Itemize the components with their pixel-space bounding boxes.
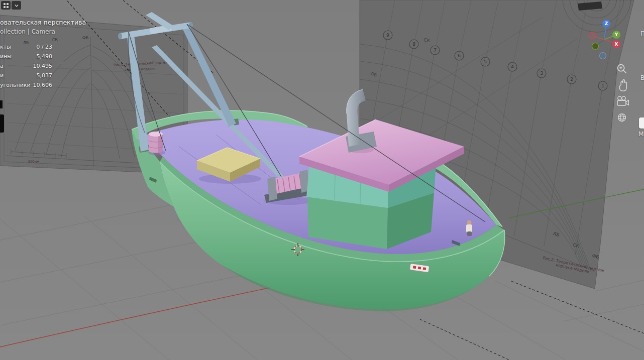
- stat-edges: а 10,495: [0, 61, 52, 71]
- sidebar-tab-fragment-2[interactable]: В: [640, 74, 644, 81]
- stat-vertices: ины 5,490: [0, 52, 52, 61]
- gizmo-neg-y[interactable]: [592, 43, 599, 50]
- svg-text:3: 3: [540, 71, 543, 76]
- chevron-down-icon[interactable]: [12, 1, 21, 10]
- view-perspective-label: овательская перспектива: [0, 19, 86, 26]
- gizmo-neg-x[interactable]: [589, 33, 596, 39]
- stat-triangles: угольники 10,606: [0, 80, 52, 90]
- stat-label: а: [0, 61, 4, 71]
- camera-view-button[interactable]: [614, 94, 630, 109]
- clipped-panel-fragment: [0, 114, 4, 133]
- svg-text:9: 9: [386, 33, 389, 38]
- editor-type-icon[interactable]: [1, 1, 11, 10]
- svg-text:Z: Z: [605, 21, 608, 26]
- sidebar-tab-fragment-1[interactable]: П: [640, 30, 644, 37]
- stat-faces: и 5,037: [0, 71, 52, 80]
- stat-value: 10,495: [33, 61, 53, 71]
- sidebar-button-fragment[interactable]: [639, 117, 644, 129]
- sidebar-tab-fragment-3[interactable]: М: [638, 131, 643, 138]
- svg-text:8: 8: [412, 42, 415, 47]
- cargo-barrel[interactable]: [148, 132, 165, 155]
- scene-statistics: кты 0 / 23 ины 5,490 а 10,495 и 5,037 уг…: [0, 42, 52, 90]
- pan-view-button[interactable]: [614, 78, 630, 93]
- navigation-gizmo[interactable]: Z Y X: [582, 16, 628, 62]
- editor-type-selector[interactable]: [1, 1, 21, 10]
- svg-text:6: 6: [458, 53, 461, 58]
- zoom-icon: [614, 62, 629, 77]
- blender-viewport[interactable]: 9 8 7 6 5 4 3 2 1 ЛБ СК ФБ СК ЛБ Рис.2. …: [0, 0, 644, 360]
- svg-text:1: 1: [601, 83, 604, 88]
- gizmo-pos-x[interactable]: X: [612, 40, 620, 48]
- svg-text:СК: СК: [52, 38, 58, 42]
- stat-value: 10,606: [33, 80, 53, 90]
- stat-label: и: [0, 71, 4, 80]
- svg-text:Y: Y: [614, 32, 618, 37]
- stat-label: кты: [0, 42, 11, 52]
- svg-text:2: 2: [570, 77, 573, 82]
- globe-grid-icon: [614, 110, 629, 125]
- camera-icon: [614, 94, 630, 109]
- svg-text:7: 7: [434, 48, 437, 53]
- svg-text:500мм: 500мм: [28, 160, 39, 164]
- stat-label: угольники: [0, 80, 31, 90]
- perspective-toggle-button[interactable]: [614, 110, 630, 125]
- gizmo-neg-z[interactable]: [600, 53, 606, 59]
- gizmo-pos-y[interactable]: Y: [612, 31, 620, 39]
- stat-value: 5,490: [37, 52, 53, 61]
- stat-value: 5,037: [37, 71, 53, 80]
- stat-label: ины: [0, 52, 12, 61]
- svg-text:5: 5: [484, 59, 487, 64]
- svg-text:4: 4: [511, 64, 514, 69]
- zoom-button[interactable]: [614, 62, 630, 77]
- gizmo-pos-z[interactable]: Z: [602, 20, 610, 28]
- svg-text:ФБ: ФБ: [82, 36, 89, 40]
- clipped-panel-fragment: [0, 100, 3, 108]
- hand-icon: [614, 78, 629, 93]
- active-collection-breadcrumb: ollection | Camera: [0, 28, 55, 35]
- svg-text:X: X: [615, 42, 618, 47]
- viewport-canvas[interactable]: 9 8 7 6 5 4 3 2 1 ЛБ СК ФБ СК ЛБ Рис.2. …: [0, 0, 644, 360]
- stat-objects: кты 0 / 23: [0, 42, 52, 52]
- stat-value: 0 / 23: [36, 42, 52, 52]
